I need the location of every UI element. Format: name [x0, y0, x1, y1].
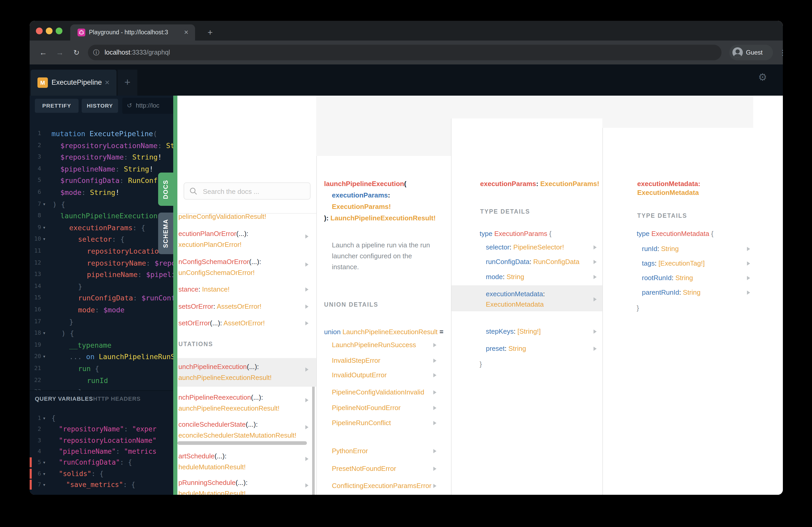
chevron-right-icon[interactable] [305, 235, 308, 239]
chevron-right-icon[interactable] [305, 262, 308, 267]
playground-tab-close-icon[interactable]: ✕ [104, 70, 110, 96]
type-field-item[interactable]: preset: String [486, 343, 526, 354]
chevron-right-icon[interactable] [747, 261, 750, 266]
union-member-item[interactable]: ConflictingExecutionParamsError [332, 480, 432, 491]
close-window-button[interactable] [36, 28, 43, 34]
chevron-right-icon[interactable] [305, 304, 308, 309]
docs-list-item[interactable]: econcileSchedulerStateMutationResult! [178, 430, 296, 441]
reload-icon[interactable]: ↻ [69, 41, 84, 64]
docs-search-box[interactable] [184, 182, 310, 199]
type-details-header: TYPE DETAILS [480, 207, 530, 216]
docs-list-item[interactable]: heduleMutationResult! [178, 488, 246, 495]
chevron-right-icon[interactable] [433, 390, 436, 394]
chevron-right-icon[interactable] [433, 359, 436, 363]
new-tab-button[interactable]: + [201, 25, 219, 41]
type-field-item[interactable]: mode: String [486, 271, 524, 282]
chevron-right-icon[interactable] [594, 275, 597, 279]
docs-list-item[interactable]: xecutionPlanOrError! [178, 239, 242, 250]
chevron-right-icon[interactable] [433, 449, 436, 453]
type-field-item[interactable]: executionMetadata: [486, 288, 545, 299]
type-field-item[interactable]: ExecutionMetadata [486, 299, 544, 310]
docs-list-item[interactable]: pelineConfigValidationResult! [178, 211, 266, 222]
docs-list-item[interactable]: artSchedule(...): [178, 451, 227, 462]
browser-window: Playground - http://localhost:3 ✕ + ← → … [30, 21, 783, 495]
chevron-right-icon[interactable] [594, 260, 597, 264]
docs-list-item[interactable]: setOrError(...): AssetOrError! [178, 318, 265, 329]
chevron-right-icon[interactable] [433, 484, 436, 488]
chevron-right-icon[interactable] [433, 373, 436, 377]
back-icon[interactable]: ← [36, 41, 50, 64]
union-member-item[interactable]: InvalidStepError [332, 355, 380, 366]
search-icon [189, 187, 198, 195]
settings-gear-icon[interactable]: ⚙ [756, 71, 769, 84]
docs-list-item[interactable]: pRunningSchedule(...): [178, 477, 248, 488]
docs-search-input[interactable] [202, 183, 308, 200]
union-member-item[interactable]: LaunchPipelineRunSuccess [332, 340, 416, 350]
docs-list-item[interactable]: nConfigSchemaOrError(...): [178, 256, 261, 267]
chevron-right-icon[interactable] [433, 406, 436, 410]
browser-menu-icon[interactable]: ⋮ [778, 45, 783, 60]
chevron-right-icon[interactable] [305, 483, 308, 487]
docs-list-item[interactable]: heduleMutationResult! [178, 462, 246, 472]
docs-list-item[interactable]: aunchPipelineExecutionResult! [178, 372, 272, 383]
field-description: instance. [332, 261, 359, 272]
chevron-right-icon[interactable] [594, 330, 597, 334]
chevron-right-icon[interactable] [433, 343, 436, 347]
pane-resize-handle[interactable] [173, 96, 177, 495]
type-field-item[interactable]: tags: [ExecutionTag!] [642, 258, 705, 269]
horizontal-scrollbar[interactable] [177, 441, 307, 445]
chevron-right-icon[interactable] [305, 457, 308, 461]
chevron-right-icon[interactable] [594, 297, 597, 301]
chevron-right-icon[interactable] [747, 290, 750, 295]
forward-icon[interactable]: → [53, 41, 67, 64]
chevron-right-icon[interactable] [433, 421, 436, 425]
type-field-item[interactable]: selector: PipelineSelector! [486, 242, 564, 253]
address-bar[interactable]: ⓘ localhost:3333/graphql [88, 45, 722, 60]
profile-button[interactable]: Guest [729, 45, 773, 60]
chevron-right-icon[interactable] [305, 425, 308, 429]
union-member-item[interactable]: PipelineNotFoundError [332, 402, 401, 413]
docs-list-item[interactable]: unchPipelineExecution(...): [178, 361, 259, 372]
chevron-right-icon[interactable] [305, 287, 308, 291]
vertical-scrollbar[interactable] [312, 368, 315, 495]
field-description: launcher configured on the [332, 251, 412, 261]
union-member-item[interactable]: PythonError [332, 446, 368, 456]
type-field-item[interactable]: rootRunId: String [642, 272, 693, 283]
zoom-window-button[interactable] [56, 28, 62, 34]
chevron-right-icon[interactable] [433, 467, 436, 471]
screenshot-stage: Playground - http://localhost:3 ✕ + ← → … [0, 0, 812, 527]
docs-list-item[interactable]: setsOrError: AssetsOrError! [178, 301, 261, 312]
union-member-item[interactable]: InvalidOutputError [332, 370, 387, 380]
minimize-window-button[interactable] [46, 28, 53, 34]
docs-list-item[interactable]: unConfigSchemaOrError! [178, 267, 255, 278]
chevron-right-icon[interactable] [305, 321, 308, 325]
type-field-item[interactable]: stepKeys: [String!] [486, 326, 541, 337]
docs-list-item[interactable]: concileSchedulerState(...): [178, 419, 258, 430]
tab-close-icon[interactable]: ✕ [178, 25, 194, 41]
browser-tab[interactable]: Playground - http://localhost:3 ✕ [70, 25, 195, 41]
docs-list-item[interactable]: stance: Instance! [178, 284, 230, 295]
union-member-item[interactable]: PresetNotFoundError [332, 463, 396, 474]
union-member-item[interactable]: PipelineConfigValidationInvalid [332, 387, 424, 397]
type-field-item[interactable]: runConfigData: RunConfigData [486, 256, 579, 267]
playground-tab-executepipeline[interactable]: M ExecutePipeline ✕ [31, 70, 117, 96]
docs-list-item[interactable]: aunchPipelineReexecutionResult! [178, 403, 280, 414]
chevron-right-icon[interactable] [594, 245, 597, 250]
chevron-right-icon[interactable] [305, 367, 308, 372]
chevron-right-icon[interactable] [747, 247, 750, 251]
docs-side-tab[interactable]: DOCS [158, 172, 173, 206]
chevron-right-icon[interactable] [594, 347, 597, 351]
browser-tab-strip: Playground - http://localhost:3 ✕ + [30, 21, 783, 41]
site-info-icon[interactable]: ⓘ [93, 45, 99, 60]
new-playground-tab-button[interactable]: + [118, 70, 137, 96]
union-member-item[interactable]: PipelineRunConflict [332, 417, 391, 428]
type-field-item[interactable]: runId: String [642, 243, 679, 254]
mutations-section-header: UTATIONS [178, 340, 213, 348]
chevron-right-icon[interactable] [305, 398, 308, 402]
schema-side-tab[interactable]: SCHEMA [158, 213, 173, 254]
docs-list-item[interactable]: ecutionPlanOrError(...): [178, 228, 248, 239]
chevron-right-icon[interactable] [747, 276, 750, 280]
type-field-item[interactable]: parentRunId: String [642, 287, 701, 298]
docs-list-item[interactable]: nchPipelineReexecution(...): [178, 392, 263, 403]
graphql-favicon-icon [77, 29, 85, 36]
